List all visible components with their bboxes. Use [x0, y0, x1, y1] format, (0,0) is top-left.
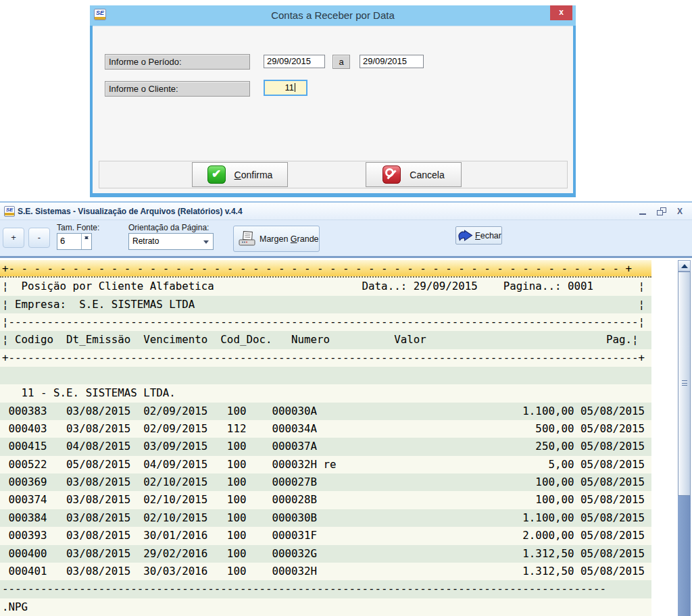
restore-button[interactable] — [657, 207, 666, 215]
report-line[interactable]: 000400 03/08/2015 29/02/2016 100 000032G… — [0, 545, 651, 563]
orientation-value: Retrato — [132, 236, 159, 246]
font-size-spinner[interactable]: 6 — [57, 233, 92, 250]
report-line[interactable]: ¦ Empresa: S.E. SISTEMAS LTDA ¦ — [0, 296, 651, 313]
app-icon: SE — [94, 9, 106, 20]
margin-button[interactable]: Margen Grande — [233, 226, 320, 252]
report-line[interactable]: 000374 03/08/2015 02/10/2015 100 000028B… — [0, 491, 651, 509]
report-area: +- - - - - - - - - - - - - - - - - - - -… — [0, 260, 692, 616]
period-label: Informe o Período: — [105, 54, 250, 70]
report-line[interactable]: +---------------------------------------… — [0, 349, 651, 367]
close-report-button[interactable]: Fechar — [455, 226, 502, 245]
report-line[interactable]: ¦ Posiçäo por Cliente Alfabetica Data..:… — [0, 278, 651, 295]
arrow-icon — [458, 228, 473, 243]
report-window: SE S.E. Sistemas - Visualização de Arqui… — [0, 201, 692, 616]
chevron-up-icon — [681, 264, 688, 268]
cancel-icon — [382, 165, 401, 184]
scrollbar-grip-icon — [682, 380, 687, 386]
dialog-title: Contas a Receber por Data — [90, 5, 576, 26]
app-icon-bar — [95, 17, 105, 20]
report-line[interactable]: 000403 03/08/2015 02/09/2015 112 000034A… — [0, 420, 651, 438]
font-size-value: 6 — [60, 236, 65, 246]
window-controls: X — [639, 206, 683, 217]
report-line[interactable]: 000383 03/08/2015 02/09/2015 100 000030A… — [0, 403, 651, 420]
report-line[interactable]: 000401 03/08/2015 30/03/2016 100 000032H… — [0, 563, 651, 580]
printer-icon — [238, 231, 256, 247]
cancel-button-label: Cancela — [410, 170, 444, 180]
dialog-titlebar[interactable]: SE Contas a Receber por Data x — [90, 5, 576, 26]
period-from-input[interactable]: 29/09/2015 — [264, 55, 325, 68]
report-line[interactable]: 11 - S.E. SISTEMAS LTDA. — [0, 384, 651, 402]
window-titlebar[interactable]: SE S.E. Sistemas - Visualização de Arqui… — [0, 201, 692, 220]
confirm-button[interactable]: ✔ Confirma — [192, 162, 288, 187]
window-title: S.E. Sistemas - Visualização de Arquivos… — [18, 207, 243, 216]
report-line[interactable] — [0, 367, 651, 384]
app-icon-text: SE — [95, 9, 105, 17]
vertical-scrollbar[interactable] — [678, 260, 691, 616]
client-input[interactable]: 11 — [264, 80, 307, 96]
report-line[interactable]: 000415 04/08/2015 03/09/2015 100 000037A… — [0, 438, 651, 455]
report-lines: +- - - - - - - - - - - - - - - - - - - -… — [0, 260, 692, 616]
report-line[interactable]: .NPG — [0, 598, 651, 616]
close-icon: x — [559, 7, 564, 17]
orientation-select[interactable]: Retrato — [128, 233, 214, 250]
text-caret — [295, 83, 295, 92]
margin-button-label: Margen Grande — [260, 234, 319, 244]
client-value: 11 — [285, 82, 295, 93]
zoom-out-button[interactable]: - — [28, 228, 50, 248]
report-line[interactable]: ----------------------------------------… — [0, 580, 651, 598]
period-to-input[interactable]: 29/09/2015 — [360, 55, 424, 68]
close-button[interactable]: X — [677, 206, 683, 217]
cancel-button[interactable]: Cancela — [366, 162, 462, 187]
report-line[interactable]: 000369 03/08/2015 02/10/2015 100 000027B… — [0, 473, 651, 491]
report-line[interactable]: ¦---------------------------------------… — [0, 313, 651, 331]
report-line[interactable]: +- - - - - - - - - - - - - - - - - - - -… — [0, 260, 651, 278]
zoom-in-button[interactable]: + — [3, 228, 24, 248]
period-separator-label: a — [332, 55, 350, 69]
dialog-window: SE Contas a Receber por Data x Informe o… — [90, 5, 576, 197]
orientation-label: Orientação da Página: — [128, 223, 209, 232]
report-line[interactable]: 000393 03/08/2015 30/01/2016 100 000031F… — [0, 527, 651, 544]
chevron-down-icon — [203, 240, 209, 244]
confirm-button-label: Confirma — [234, 170, 273, 180]
close-report-label: Fechar — [475, 231, 501, 240]
chevron-down-icon — [84, 236, 89, 239]
check-icon: ✔ — [207, 165, 226, 184]
report-line[interactable]: ¦ Codigo Dt_Emissäo Vencimento Cod_Doc. … — [0, 331, 651, 349]
scrollbar-thumb[interactable] — [678, 272, 691, 496]
client-label: Informe o Cliente: — [105, 81, 250, 97]
report-line[interactable]: 000384 03/08/2015 02/10/2015 100 000030B… — [0, 509, 651, 527]
toolbar: + - Tam. Fonte: 6 Orientação da Página: … — [0, 220, 692, 258]
dialog-close-button[interactable]: x — [550, 5, 572, 20]
scrollbar-track[interactable] — [678, 496, 691, 616]
minimize-button[interactable] — [639, 206, 646, 217]
scroll-up-button[interactable] — [678, 260, 691, 272]
dialog-button-panel: ✔ Confirma Cancela — [99, 161, 568, 188]
app-icon-small: SE — [4, 206, 15, 217]
dialog-body: Informe o Período: 29/09/2015 a 29/09/20… — [93, 26, 573, 193]
font-size-label: Tam. Fonte: — [57, 223, 99, 232]
close-icon-small: X — [677, 207, 683, 216]
report-line[interactable]: 000522 05/08/2015 04/09/2015 100 000032H… — [0, 456, 651, 473]
